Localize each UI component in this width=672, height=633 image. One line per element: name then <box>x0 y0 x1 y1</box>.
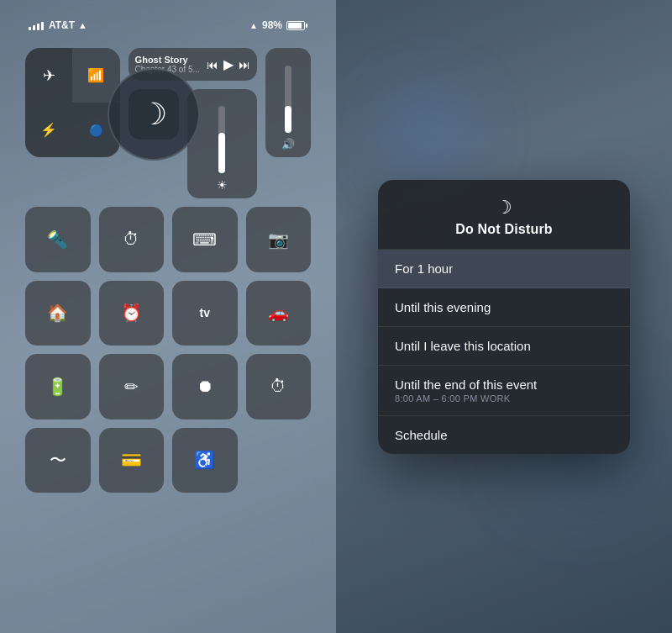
schedule-label: Schedule <box>395 428 613 442</box>
until-event-sublabel: 8:00 AM – 6:00 PM WORK <box>395 393 613 404</box>
rewind-button[interactable]: ⏮ <box>207 58 218 71</box>
brightness-track <box>218 106 225 173</box>
signal-bar-3 <box>37 24 39 30</box>
until-evening-label: Until this evening <box>395 300 613 314</box>
bg-blob-1 <box>378 84 479 185</box>
media-title: Ghost Story <box>135 55 200 65</box>
soundwave-button[interactable]: 〜 <box>25 428 91 493</box>
appletv-button[interactable]: tv <box>172 281 238 346</box>
dnd-title: Do Not Disturb <box>455 222 553 237</box>
signal-bar-2 <box>33 25 35 30</box>
status-right: ▲ 98% <box>249 19 307 31</box>
alarm-button[interactable]: ⏰ <box>99 281 165 346</box>
timer-button[interactable]: ⏱ <box>99 207 165 272</box>
status-bar: AT&T ▲ ▲ 98% <box>25 13 311 38</box>
signal-bars <box>29 20 44 30</box>
volume-fill <box>285 106 291 133</box>
moon-icon: ☽ <box>140 97 167 132</box>
wifi-icon: ▲ <box>78 20 87 30</box>
signal-bar-4 <box>41 22 44 30</box>
right-panel: ☽ Do Not Disturb For 1 hour Until this e… <box>336 0 672 633</box>
bluetooth-button[interactable]: ⚡ <box>25 103 72 157</box>
icon-grid-4: 〜 💳 ♿ <box>25 428 311 493</box>
dnd-menu: ☽ Do Not Disturb For 1 hour Until this e… <box>378 180 630 454</box>
dnd-header: ☽ Do Not Disturb <box>378 180 630 250</box>
flashlight-button[interactable]: 🔦 <box>25 207 91 272</box>
stopwatch-button[interactable]: ⏱ <box>246 354 312 419</box>
for-1-hour-label: For 1 hour <box>395 261 613 276</box>
calculator-button[interactable]: ⌨ <box>172 207 238 272</box>
fast-forward-button[interactable]: ⏭ <box>239 58 250 71</box>
home-button[interactable]: 🏠 <box>25 281 91 346</box>
battery-icon <box>286 21 307 30</box>
cc-top-row: ✈ 📶 ⚡ 🔵 Ghost Story Chapter 43 <box>25 48 311 198</box>
dnd-option-schedule[interactable]: Schedule <box>378 416 630 454</box>
play-button[interactable]: ▶ <box>223 56 234 72</box>
icon-grid-2: 🏠 ⏰ tv 🚗 <box>25 281 311 346</box>
dnd-header-moon-icon: ☽ <box>496 197 512 219</box>
airplane-mode-button[interactable]: ✈ <box>25 48 72 103</box>
media-controls[interactable]: ⏮ ▶ ⏭ <box>207 56 250 72</box>
dnd-option-until-event[interactable]: Until the end of this event 8:00 AM – 6:… <box>378 366 630 416</box>
dnd-option-until-evening[interactable]: Until this evening <box>378 288 630 327</box>
record-button[interactable]: ⏺ <box>172 354 238 419</box>
carrier-label: AT&T <box>49 19 75 31</box>
pencil-button[interactable]: ✏ <box>99 354 165 419</box>
camera-button[interactable]: 📷 <box>246 207 312 272</box>
dnd-option-until-location[interactable]: Until I leave this location <box>378 327 630 366</box>
volume-track <box>285 66 291 133</box>
left-panel: AT&T ▲ ▲ 98% ✈ <box>0 0 336 633</box>
network-tile[interactable]: ✈ 📶 ⚡ 🔵 <box>25 48 120 157</box>
dnd-button[interactable]: ☽ <box>108 68 200 161</box>
dnd-button-container: ☽ <box>129 89 179 140</box>
battery-percent: 98% <box>262 19 282 31</box>
car-button[interactable]: 🚗 <box>246 281 312 346</box>
brightness-fill <box>218 133 225 173</box>
volume-tile[interactable]: 🔊 <box>265 48 311 157</box>
signal-bar-1 <box>29 27 31 30</box>
wallet-button[interactable]: 💳 <box>99 428 165 493</box>
until-event-label: Until the end of this event <box>395 377 613 392</box>
battery-button[interactable]: 🔋 <box>25 354 91 419</box>
icon-grid-1: 🔦 ⏱ ⌨ 📷 <box>25 207 311 272</box>
dnd-option-for-1-hour[interactable]: For 1 hour <box>378 250 630 288</box>
status-left: AT&T ▲ <box>29 19 87 31</box>
icon-grid-3: 🔋 ✏ ⏺ ⏱ <box>25 354 311 419</box>
brightness-icon: ☀ <box>217 178 228 192</box>
until-location-label: Until I leave this location <box>395 339 613 353</box>
location-icon: ▲ <box>249 21 258 30</box>
volume-icon: 🔊 <box>281 138 295 150</box>
accessibility-button[interactable]: ♿ <box>172 428 238 493</box>
